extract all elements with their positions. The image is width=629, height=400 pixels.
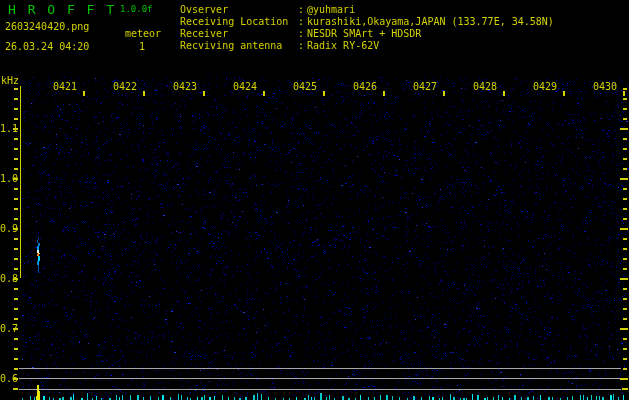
output-filename: 2603240420.png — [5, 22, 89, 32]
spectrogram-canvas — [0, 0, 629, 400]
time-tick-label: 0422 — [113, 82, 137, 92]
meteor-counter-label: meteor — [125, 29, 161, 39]
time-tick-label: 0428 — [473, 82, 497, 92]
app-title: H R O F F T — [8, 3, 116, 16]
station-info: Ovserver:@yuhmari Receiving Location:kur… — [180, 4, 554, 52]
info-value: Radix RY-62V — [307, 40, 379, 51]
freq-tick-label: 0.6 — [0, 374, 14, 384]
freq-axis-unit-label: kHz — [1, 76, 19, 86]
freq-tick-label: 0.9 — [0, 224, 14, 234]
freq-tick-label: 0.7 — [0, 324, 14, 334]
info-value: @yuhmari — [307, 4, 355, 15]
info-value: kurashiki,Okayama,JAPAN (133.77E, 34.58N… — [307, 16, 554, 27]
time-tick-label: 0421 — [53, 82, 77, 92]
time-tick-label: 0429 — [533, 82, 557, 92]
capture-timestamp: 26.03.24 04:20 — [5, 42, 89, 52]
info-colon: : — [298, 16, 307, 27]
freq-tick-label: 0.8 — [0, 274, 14, 284]
info-label: Receiver — [180, 28, 298, 39]
time-tick-label: 0430 — [593, 82, 617, 92]
time-tick-label: 0427 — [413, 82, 437, 92]
time-tick-label: 0426 — [353, 82, 377, 92]
info-label: Recviving antenna — [180, 40, 298, 51]
info-label: Ovserver — [180, 4, 298, 15]
info-label: Receiving Location — [180, 16, 298, 27]
info-row-receiver: Receiver:NESDR SMArt + HDSDR — [180, 28, 554, 40]
freq-tick-label: 1.0 — [0, 174, 14, 184]
info-row-observer: Ovserver:@yuhmari — [180, 4, 554, 16]
time-tick-label: 0423 — [173, 82, 197, 92]
meteor-counter-value: 1 — [139, 42, 145, 52]
info-colon: : — [298, 28, 307, 39]
time-tick-label: 0425 — [293, 82, 317, 92]
freq-tick-label: 1.1 — [0, 124, 14, 134]
info-row-antenna: Recviving antenna:Radix RY-62V — [180, 40, 554, 52]
info-colon: : — [298, 4, 307, 15]
time-tick-label: 0424 — [233, 82, 257, 92]
info-colon: : — [298, 40, 307, 51]
info-value: NESDR SMArt + HDSDR — [307, 28, 421, 39]
app-version: 1.0.0f — [120, 5, 153, 14]
hrofft-screen: H R O F F T 1.0.0f 2603240420.png meteor… — [0, 0, 629, 400]
info-row-location: Receiving Location:kurashiki,Okayama,JAP… — [180, 16, 554, 28]
